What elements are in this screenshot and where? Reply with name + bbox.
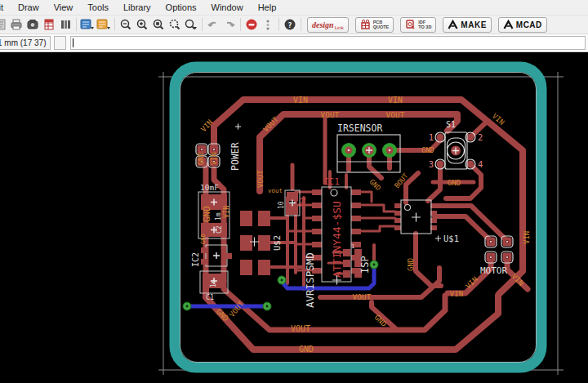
origin-cross xyxy=(412,213,421,222)
s1-pin3-label: 3 xyxy=(429,159,434,169)
net-label-vout: VOUT xyxy=(321,110,340,119)
origin-cross xyxy=(213,252,220,259)
sheet-grid-icon[interactable] xyxy=(41,17,57,32)
print-icon[interactable] xyxy=(8,17,24,32)
clipped-icon[interactable] xyxy=(0,17,8,32)
zoom-out-icon[interactable] xyxy=(118,17,134,32)
coordinate-display: 1 mm (17 37) xyxy=(0,36,51,50)
s1-pin4-label: 4 xyxy=(478,159,483,169)
net-label-vin: VIN xyxy=(523,231,531,244)
design-link-button[interactable]: design Link xyxy=(307,17,349,33)
u1-name-label: U$1 xyxy=(443,234,459,243)
menu-options[interactable]: Options xyxy=(158,1,204,14)
ic2-name-label: IC2 xyxy=(191,252,200,267)
u2-name-label: U$2 xyxy=(272,235,282,251)
origin-cross xyxy=(235,124,241,130)
board-switch-icon[interactable] xyxy=(96,17,112,32)
pcb-quote-button[interactable]: PCBQUOTE xyxy=(355,17,394,33)
image-export-icon[interactable] xyxy=(24,17,41,32)
menu-draw[interactable]: Draw xyxy=(11,1,47,14)
net-label-gnd-cap: GND xyxy=(202,206,212,222)
isp-pin1-label: 1 xyxy=(351,243,354,250)
ic1-value-label: ATTINY44-$SU xyxy=(331,201,343,278)
library-icon[interactable] xyxy=(57,17,74,32)
pcb-quote-icon xyxy=(360,19,371,30)
net-label-vin-cap: VIN xyxy=(222,206,230,218)
toolbar-separator xyxy=(114,18,115,31)
r1-value-label: 10 xyxy=(278,201,285,209)
net-label-vout: VOUT xyxy=(256,170,265,188)
net-label-gnd: GND xyxy=(407,258,415,271)
autodesk-logo-icon xyxy=(503,20,514,29)
motor-name-label: MOTOR xyxy=(480,265,507,276)
s1-name-label: S1 xyxy=(446,120,456,129)
stop-icon[interactable] xyxy=(243,17,260,32)
zoom-redraw-icon[interactable] xyxy=(183,17,199,32)
mcad-label: MCAD xyxy=(516,20,542,29)
net-label-vout: VOUT xyxy=(353,292,372,301)
schematic-icon[interactable] xyxy=(79,17,96,32)
menu-edit[interactable]: Edit xyxy=(0,1,11,14)
net-label-vin: VIN xyxy=(464,275,479,291)
redo-icon[interactable] xyxy=(221,17,238,32)
u2-value-label: AVRISPSMD xyxy=(304,252,316,308)
menu-window[interactable]: Window xyxy=(204,1,251,14)
net-label-vout: VOUT xyxy=(291,324,310,333)
pin1-marker xyxy=(405,205,411,211)
c2-value-label: 1m xyxy=(215,212,222,220)
autodesk-logo-icon xyxy=(448,20,458,29)
net-label-vout: VOUT xyxy=(386,110,405,119)
svg-text:?: ? xyxy=(287,21,292,29)
r1-name-label: R1 xyxy=(299,197,307,206)
undo-icon[interactable] xyxy=(205,17,221,32)
zoom-in-icon[interactable] xyxy=(134,17,150,32)
mcad-button[interactable]: MCAD xyxy=(498,17,547,33)
pcb-drawing[interactable]: GND VIN POWER 10mF GND VIN 1m C2 IC2 GND… xyxy=(0,52,588,383)
menu-help[interactable]: Help xyxy=(251,1,284,14)
menu-view[interactable]: View xyxy=(47,1,81,14)
net-label-vin: VIN xyxy=(388,96,403,105)
command-bar: 1 mm (17 37) xyxy=(0,34,588,52)
idf-to-3d-label-2: TO 3D xyxy=(418,24,431,29)
toolbar-separator xyxy=(278,18,279,31)
zoom-fit-icon[interactable] xyxy=(150,17,167,32)
origin-cross xyxy=(435,236,441,242)
power-pad-gnd-label: GND xyxy=(197,153,205,165)
c2-name-label: C2 xyxy=(216,225,223,234)
zoom-select-icon[interactable] xyxy=(167,17,183,32)
coord-mode-button[interactable] xyxy=(54,36,66,50)
pcb-canvas-area[interactable]: GND VIN POWER 10mF GND VIN 1m C2 IC2 GND… xyxy=(0,52,588,383)
design-link-sublabel: Link xyxy=(335,25,344,30)
c2-cap-value-label: 10mF xyxy=(200,183,219,192)
toolbar: ? design Link PCBQUOTE IDFTO 3D MAKE MCA… xyxy=(0,16,588,34)
isp-name-label: ISP xyxy=(359,256,371,274)
c1-value-label: 1m xyxy=(210,279,217,287)
make-label: MAKE xyxy=(461,20,486,29)
ic1-name-label: IC1 xyxy=(323,176,340,187)
design-link-label: design xyxy=(312,21,334,29)
pcb-quote-label-2: QUOTE xyxy=(373,24,390,29)
s1-pin1-label: 1 xyxy=(429,132,434,142)
component-isp[interactable]: 1 ISP xyxy=(343,243,371,278)
menu-tools[interactable]: Tools xyxy=(80,1,116,14)
net-label-gnd: GND xyxy=(299,345,314,354)
idf-to-3d-button[interactable]: IDFTO 3D xyxy=(400,17,436,33)
make-button[interactable]: MAKE xyxy=(443,17,491,33)
s1-pin2-label: 2 xyxy=(478,132,483,142)
power-name-label: POWER xyxy=(229,142,241,171)
toolbar-separator xyxy=(240,18,241,31)
toolbar-separator xyxy=(202,18,203,31)
idf-to-3d-icon xyxy=(405,19,416,30)
net-label-gnd: GND xyxy=(421,146,434,154)
text-caret xyxy=(73,38,74,47)
options-dots-icon[interactable] xyxy=(260,17,276,32)
command-input[interactable] xyxy=(70,36,586,50)
c1-name-label: C1 xyxy=(206,293,214,301)
menu-library[interactable]: Library xyxy=(116,1,158,14)
net-label-gnd: GND xyxy=(373,313,389,328)
net-label-gnd-ic2: GND xyxy=(200,234,207,244)
component-ic1[interactable]: IC1 ATTINY44-$SU xyxy=(312,176,361,285)
menu-bar: Edit Draw View Tools Library Options Win… xyxy=(0,0,588,16)
net-label-gnd: GND xyxy=(448,179,461,187)
help-icon[interactable]: ? xyxy=(282,17,298,32)
